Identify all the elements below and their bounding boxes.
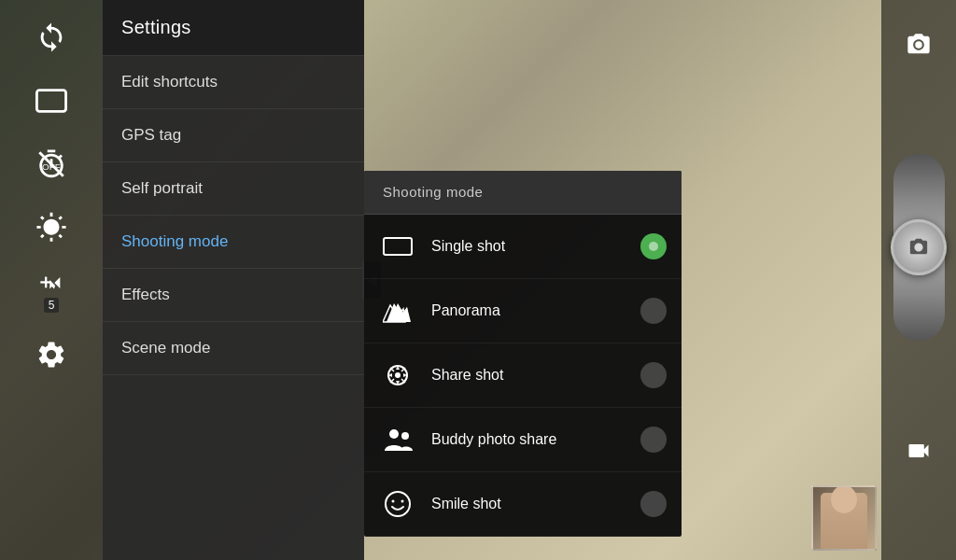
svg-point-14 bbox=[392, 500, 395, 503]
smile-shot-toggle[interactable] bbox=[640, 491, 667, 517]
shooting-mode-header: Shooting mode bbox=[364, 171, 682, 215]
settings-item-gps-tag[interactable]: GPS tag bbox=[103, 109, 364, 162]
shooting-item-panorama[interactable]: Panorama bbox=[364, 279, 682, 343]
svg-point-12 bbox=[401, 432, 409, 440]
settings-item-scene-mode[interactable]: Scene mode bbox=[103, 322, 364, 375]
smile-shot-icon bbox=[379, 485, 416, 523]
share-shot-toggle[interactable] bbox=[640, 362, 667, 388]
settings-title: Settings bbox=[121, 17, 191, 37]
svg-rect-0 bbox=[36, 91, 65, 112]
video-icon[interactable] bbox=[893, 425, 945, 476]
left-sidebar: OFF 5 bbox=[0, 0, 103, 560]
settings-gear-icon[interactable] bbox=[19, 327, 84, 383]
rotate-camera-icon[interactable] bbox=[19, 9, 84, 65]
shooting-item-buddy-photo[interactable]: Buddy photo share bbox=[364, 408, 682, 472]
svg-rect-4 bbox=[45, 277, 47, 288]
shooting-item-share-shot[interactable]: Share shot bbox=[364, 343, 682, 408]
shutter-slider[interactable] bbox=[893, 154, 945, 341]
svg-point-10 bbox=[395, 372, 401, 378]
photo-thumbnail[interactable] bbox=[811, 485, 877, 551]
single-shot-icon bbox=[379, 228, 416, 265]
buddy-photo-icon bbox=[379, 421, 416, 458]
exposure-value: 5 bbox=[44, 298, 60, 313]
aspect-ratio-icon[interactable] bbox=[19, 73, 84, 129]
settings-item-self-portrait[interactable]: Self portrait bbox=[103, 162, 364, 216]
settings-item-effects[interactable]: Effects bbox=[103, 269, 364, 322]
svg-rect-5 bbox=[384, 238, 412, 255]
shooting-item-single-shot[interactable]: Single shot bbox=[364, 215, 682, 279]
timer-off-icon[interactable]: OFF bbox=[19, 136, 84, 192]
exposure-icon[interactable]: 5 bbox=[19, 263, 84, 319]
svg-point-15 bbox=[401, 500, 404, 503]
shooting-mode-title: Shooting mode bbox=[383, 184, 483, 200]
share-shot-label: Share shot bbox=[431, 367, 626, 384]
panorama-icon bbox=[379, 292, 416, 329]
buddy-photo-toggle[interactable] bbox=[640, 427, 667, 453]
shooting-item-smile-shot[interactable]: Smile shot bbox=[364, 472, 682, 537]
brightness-icon[interactable] bbox=[19, 200, 84, 256]
settings-item-shooting-mode[interactable]: Shooting mode bbox=[103, 216, 364, 269]
single-shot-toggle[interactable] bbox=[640, 233, 667, 259]
settings-item-edit-shortcuts[interactable]: Edit shortcuts bbox=[103, 56, 364, 109]
svg-point-16 bbox=[915, 41, 921, 48]
shutter-button[interactable] bbox=[891, 219, 947, 275]
panorama-toggle[interactable] bbox=[640, 298, 667, 324]
settings-header: Settings bbox=[103, 0, 364, 56]
svg-text:OFF: OFF bbox=[42, 161, 61, 172]
svg-point-13 bbox=[386, 492, 410, 516]
camera-switch-icon[interactable] bbox=[893, 19, 945, 70]
svg-point-11 bbox=[389, 429, 399, 439]
shooting-mode-panel: Shooting mode Single shot Panorama bbox=[364, 171, 682, 537]
single-shot-label: Single shot bbox=[431, 238, 626, 255]
buddy-photo-label: Buddy photo share bbox=[431, 431, 626, 448]
settings-panel: Settings Edit shortcuts GPS tag Self por… bbox=[103, 0, 364, 560]
right-sidebar bbox=[881, 0, 956, 560]
smile-shot-label: Smile shot bbox=[431, 496, 626, 512]
panorama-label: Panorama bbox=[431, 302, 626, 319]
share-shot-icon bbox=[379, 357, 416, 394]
